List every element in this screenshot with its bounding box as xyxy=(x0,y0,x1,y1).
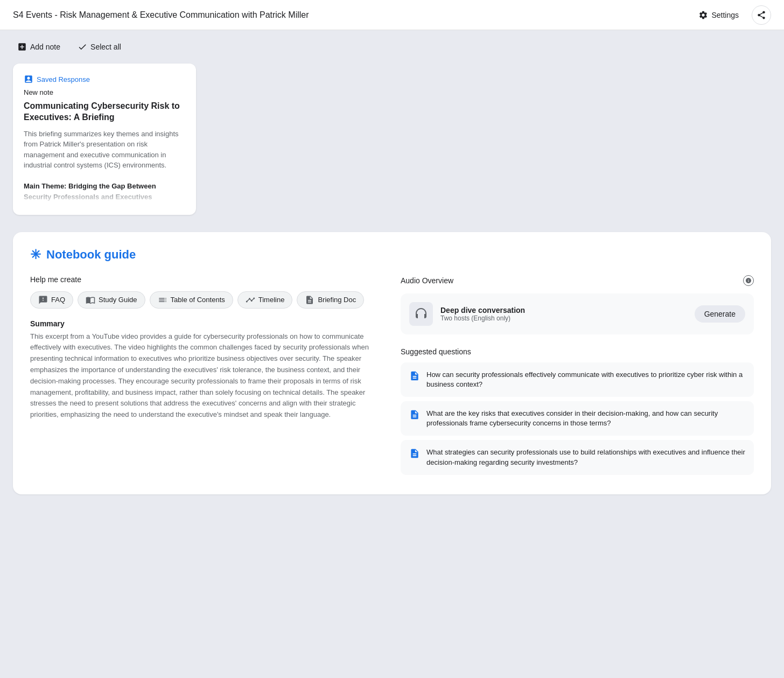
toc-icon xyxy=(158,295,167,305)
chip-study-guide-label: Study Guide xyxy=(99,296,137,304)
question-icon-1 xyxy=(409,371,420,381)
audio-card: Deep dive conversation Two hosts (Englis… xyxy=(401,293,754,334)
create-chips: FAQ Study Guide Table of Con xyxy=(30,291,383,309)
toolbar: Add note Select all xyxy=(0,30,784,64)
briefing-doc-icon xyxy=(305,295,314,305)
info-icon-svg xyxy=(745,277,752,284)
chip-timeline-label: Timeline xyxy=(258,296,285,304)
headphone-icon xyxy=(415,307,428,320)
chip-briefing-doc-label: Briefing Doc xyxy=(318,296,356,304)
question-text-1: How can security professionals effective… xyxy=(426,370,745,389)
faq-icon xyxy=(38,295,48,305)
audio-title: Deep dive conversation xyxy=(440,306,687,314)
timeline-icon xyxy=(246,295,255,305)
guide-left: Help me create FAQ Study Guide xyxy=(30,275,383,479)
share-icon xyxy=(757,10,766,20)
gear-icon xyxy=(698,10,708,20)
question-card-1[interactable]: How can security professionals effective… xyxy=(401,362,754,397)
notebook-guide-title: Notebook guide xyxy=(46,248,136,262)
notebook-guide-header: ✳ Notebook guide xyxy=(30,247,754,262)
check-icon xyxy=(78,42,87,52)
add-note-button[interactable]: Add note xyxy=(13,39,65,55)
page-title: S4 Events - Risk Management & Executive … xyxy=(13,10,309,20)
audio-icon-wrapper xyxy=(409,302,433,326)
study-guide-icon xyxy=(86,295,95,305)
note-card-bold-sub: Security Professionals and Executives xyxy=(24,193,152,201)
question-card-2[interactable]: What are the key risks that executives c… xyxy=(401,401,754,436)
audio-subtitle: Two hosts (English only) xyxy=(440,314,687,322)
generate-button[interactable]: Generate xyxy=(695,305,745,323)
select-all-button[interactable]: Select all xyxy=(73,39,125,55)
chip-faq[interactable]: FAQ xyxy=(30,291,73,309)
badge-label: Saved Response xyxy=(37,75,90,83)
note-card-body-intro: This briefing summarizes key themes and … xyxy=(24,130,179,170)
guide-right: Audio Overview Deep dive convers xyxy=(401,275,754,479)
chip-faq-label: FAQ xyxy=(51,296,65,304)
audio-info: Deep dive conversation Two hosts (Englis… xyxy=(440,306,687,322)
question-icon-2 xyxy=(409,409,420,420)
summary-text: This excerpt from a YouTube video provid… xyxy=(30,331,383,421)
settings-button[interactable]: Settings xyxy=(692,7,745,23)
suggested-questions-section: Suggested questions How can security pro… xyxy=(401,347,754,475)
help-me-create-label: Help me create xyxy=(30,275,383,284)
question-text-3: What strategies can security professiona… xyxy=(426,448,745,467)
header-actions: Settings xyxy=(692,5,771,25)
note-card-body: This briefing summarizes key themes and … xyxy=(24,129,185,204)
chip-toc[interactable]: Table of Contents xyxy=(150,291,233,309)
audio-section-header: Audio Overview xyxy=(401,275,754,286)
questions-title: Suggested questions xyxy=(401,347,754,356)
audio-section-title: Audio Overview xyxy=(401,276,453,285)
asterisk-icon: ✳ xyxy=(30,247,41,262)
notebook-guide: ✳ Notebook guide Help me create FAQ xyxy=(13,232,771,494)
note-card-main-title: Communicating Cybersecurity Risk to Exec… xyxy=(24,101,185,123)
add-note-label: Add note xyxy=(30,43,60,51)
select-all-label: Select all xyxy=(90,43,121,51)
main-content: Saved Response New note Communicating Cy… xyxy=(0,64,784,507)
question-card-3[interactable]: What strategies can security professiona… xyxy=(401,440,754,474)
note-card-small-title: New note xyxy=(24,88,185,96)
settings-label: Settings xyxy=(711,11,739,19)
note-card-body-fade: Miller emphasizes the critical need to t… xyxy=(24,203,170,204)
saved-response-icon xyxy=(24,74,33,84)
share-button[interactable] xyxy=(752,5,771,25)
summary-title: Summary xyxy=(30,319,383,328)
note-card-bold-main: Main Theme: Bridging the Gap Between xyxy=(24,182,156,190)
chip-study-guide[interactable]: Study Guide xyxy=(78,291,145,309)
chip-briefing-doc[interactable]: Briefing Doc xyxy=(297,291,364,309)
question-icon-3 xyxy=(409,448,420,459)
chip-toc-label: Table of Contents xyxy=(171,296,225,304)
app-header: S4 Events - Risk Management & Executive … xyxy=(0,0,784,30)
question-text-2: What are the key risks that executives c… xyxy=(426,409,745,428)
info-icon[interactable] xyxy=(743,275,754,286)
note-card: Saved Response New note Communicating Cy… xyxy=(13,64,196,215)
guide-columns: Help me create FAQ Study Guide xyxy=(30,275,754,479)
note-card-badge: Saved Response xyxy=(24,74,185,84)
chip-timeline[interactable]: Timeline xyxy=(237,291,293,309)
summary-section: Summary This excerpt from a YouTube vide… xyxy=(30,319,383,421)
add-note-icon xyxy=(17,42,27,52)
